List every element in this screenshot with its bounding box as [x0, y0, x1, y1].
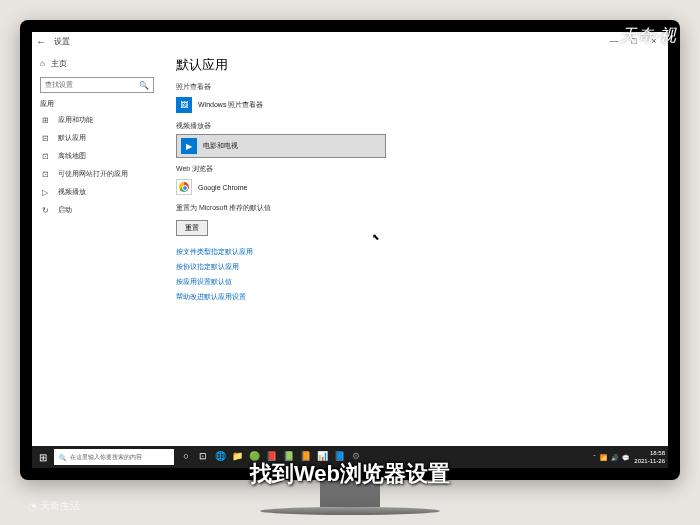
cortana-icon[interactable]: ○: [180, 451, 192, 463]
nav-label: 启动: [58, 205, 72, 215]
chrome-icon: [176, 179, 192, 195]
window-titlebar: ← 设置 — □ ×: [32, 32, 668, 50]
sidebar-item-offline-maps[interactable]: ⊡ 离线地图: [40, 147, 154, 165]
search-placeholder: 查找设置: [45, 80, 73, 90]
video-icon: ▷: [42, 188, 52, 197]
clock-time: 18:58: [634, 449, 665, 457]
tray-chevron-icon[interactable]: ˄: [593, 454, 596, 461]
back-button[interactable]: ←: [36, 36, 46, 47]
web-app-name: Google Chrome: [198, 184, 247, 191]
edge-icon[interactable]: 🌐: [214, 451, 226, 463]
sidebar-search[interactable]: 查找设置 🔍: [40, 77, 154, 93]
tray-network-icon[interactable]: 📶: [600, 454, 607, 461]
settings-window: ← 设置 — □ × ⌂ 主页 查找设置 🔍 应用: [32, 32, 668, 446]
sidebar-section-label: 应用: [40, 99, 154, 109]
explorer-icon[interactable]: 📁: [231, 451, 243, 463]
reset-label: 重置为 Microsoft 推荐的默认值: [176, 203, 654, 213]
link-feedback[interactable]: 帮助改进默认应用设置: [176, 292, 654, 302]
system-tray[interactable]: ˄ 📶 🔊 💬: [588, 454, 634, 461]
link-by-filetype[interactable]: 按文件类型指定默认应用: [176, 247, 654, 257]
start-button[interactable]: ⊞: [32, 452, 54, 463]
sidebar-item-websites-apps[interactable]: ⊡ 可使用网站打开的应用: [40, 165, 154, 183]
video-app-icon: ▶: [181, 138, 197, 154]
photo-app-icon: 🖼: [176, 97, 192, 113]
page-heading: 默认应用: [176, 56, 654, 74]
monitor-frame: ← 设置 — □ × ⌂ 主页 查找设置 🔍 应用: [20, 20, 680, 480]
home-label: 主页: [51, 58, 67, 69]
video-app-name: 电影和电视: [203, 141, 238, 151]
home-icon: ⌂: [40, 59, 45, 68]
sidebar-item-startup[interactable]: ↻ 启动: [40, 201, 154, 219]
tray-volume-icon[interactable]: 🔊: [611, 454, 618, 461]
taskbar-clock[interactable]: 18:58 2021-11-26: [634, 449, 668, 465]
watermark-bottom-left: ◔ 天奇生活: [28, 499, 80, 513]
web-browser-app[interactable]: Google Chrome: [176, 177, 654, 197]
watermark-logo-icon: ◔: [28, 501, 37, 512]
maps-icon: ⊡: [42, 152, 52, 161]
clock-date: 2021-11-26: [634, 457, 665, 465]
settings-content: 默认应用 照片查看器 🖼 Windows 照片查看器 视频播放器 ▶ 电影和电视…: [162, 50, 668, 446]
window-title: 设置: [54, 36, 70, 47]
nav-label: 离线地图: [58, 151, 86, 161]
link-by-app[interactable]: 按应用设置默认值: [176, 277, 654, 287]
screen: ← 设置 — □ × ⌂ 主页 查找设置 🔍 应用: [32, 32, 668, 468]
taskbar-search[interactable]: 🔍 在这里输入你要搜索的内容: [54, 449, 174, 465]
photo-viewer-app[interactable]: 🖼 Windows 照片查看器: [176, 95, 654, 115]
web-browser-label: Web 浏览器: [176, 164, 654, 174]
search-icon: 🔍: [59, 454, 66, 461]
taskbar-search-placeholder: 在这里输入你要搜索的内容: [70, 453, 142, 462]
video-caption: 找到Web浏览器设置: [250, 459, 450, 489]
apps-icon: ⊞: [42, 116, 52, 125]
watermark-top-right: 天奇·视: [620, 24, 676, 47]
tray-wechat-icon[interactable]: 💬: [622, 454, 629, 461]
nav-label: 可使用网站打开的应用: [58, 169, 128, 179]
nav-label: 视频播放: [58, 187, 86, 197]
sidebar-home[interactable]: ⌂ 主页: [40, 54, 154, 73]
sidebar-item-default-apps[interactable]: ⊟ 默认应用: [40, 129, 154, 147]
link-by-protocol[interactable]: 按协议指定默认应用: [176, 262, 654, 272]
search-icon: 🔍: [139, 81, 149, 90]
sidebar-item-video-playback[interactable]: ▷ 视频播放: [40, 183, 154, 201]
sidebar-item-apps-features[interactable]: ⊞ 应用和功能: [40, 111, 154, 129]
watermark-text: 天奇生活: [40, 499, 80, 513]
websites-icon: ⊡: [42, 170, 52, 179]
default-apps-icon: ⊟: [42, 134, 52, 143]
nav-label: 默认应用: [58, 133, 86, 143]
nav-label: 应用和功能: [58, 115, 93, 125]
video-player-label: 视频播放器: [176, 121, 654, 131]
taskview-icon[interactable]: ⊡: [197, 451, 209, 463]
settings-sidebar: ⌂ 主页 查找设置 🔍 应用 ⊞ 应用和功能 ⊟ 默认应用: [32, 50, 162, 446]
startup-icon: ↻: [42, 206, 52, 215]
photo-viewer-label: 照片查看器: [176, 82, 654, 92]
reset-button[interactable]: 重置: [176, 220, 208, 236]
video-player-app[interactable]: ▶ 电影和电视: [176, 134, 386, 158]
photo-app-name: Windows 照片查看器: [198, 100, 263, 110]
